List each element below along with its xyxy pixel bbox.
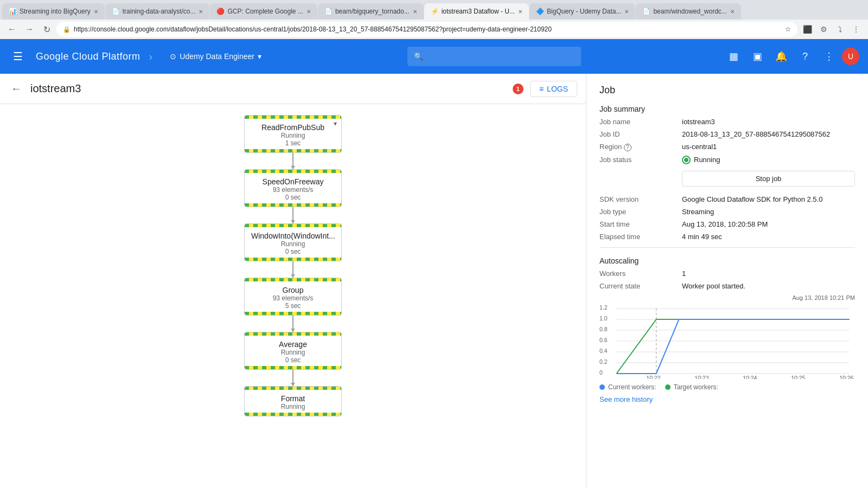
- node-name-4: Average: [251, 340, 335, 349]
- autoscaling-value-1: Worker pool started.: [682, 282, 855, 290]
- job-field-value-7: 4 min 49 sec: [682, 233, 855, 241]
- extension-btn-3[interactable]: ⤵: [832, 22, 847, 37]
- tab-close-3[interactable]: ✕: [413, 9, 417, 15]
- tab-close-4[interactable]: ✕: [518, 9, 522, 15]
- error-count: 1: [516, 86, 520, 92]
- target-workers-dot: [665, 384, 671, 390]
- pipeline-node-2[interactable]: WindowInto(WindowInt...Running0 sec: [244, 223, 342, 261]
- browser-tab-4[interactable]: ⚡iotstream3 Dataflow - U...✕: [424, 3, 529, 20]
- browser-tab-5[interactable]: 🔷BigQuery - Udemy Data...✕: [529, 3, 635, 20]
- pipeline-node-0[interactable]: ▾ReadFromPubSubRunning1 sec: [244, 115, 342, 153]
- star-icon: ☆: [785, 25, 791, 33]
- browser-tab-6[interactable]: 📄beam/windowed_wordc...✕: [636, 3, 741, 20]
- sub-header: ← iotstream3 1 ≡ LOGS: [0, 74, 586, 104]
- current-workers-label: Current workers:: [608, 383, 656, 391]
- notification-icon[interactable]: 🔔: [770, 46, 792, 67]
- browser-tab-1[interactable]: 📄training-data-analyst/co...✕: [105, 3, 210, 20]
- svg-text:0.2: 0.2: [599, 359, 608, 365]
- tab-favicon-0: 📊: [9, 8, 16, 15]
- job-field-label-7: Elapsed time: [599, 233, 675, 241]
- node-status-3: 93 elements/s: [251, 294, 335, 302]
- svg-text:0.4: 0.4: [599, 348, 608, 354]
- back-nav-button[interactable]: ←: [4, 22, 20, 37]
- job-field-value-1: 2018-08-13_13_20_57-8885467541295087562: [682, 130, 855, 138]
- tab-favicon-6: 📄: [642, 8, 650, 15]
- tab-bar: 📊Streaming into BigQuery✕📄training-data-…: [0, 0, 868, 20]
- chart-timestamp: Aug 13, 2018 10:21 PM: [599, 294, 855, 301]
- svg-text:0: 0: [599, 370, 603, 376]
- current-workers-legend: Current workers:: [599, 383, 656, 391]
- stop-button-spacer: [599, 169, 675, 191]
- help-icon[interactable]: ?: [794, 46, 816, 67]
- target-workers-legend: Target workers:: [665, 383, 718, 391]
- svg-text:10:23: 10:23: [694, 375, 709, 379]
- extension-btn-1[interactable]: ⬛: [800, 22, 815, 37]
- connector-4: [292, 316, 293, 332]
- tab-label-0: Streaming into BigQuery: [20, 8, 91, 15]
- svg-text:0.6: 0.6: [599, 337, 608, 343]
- logs-label: LOGS: [547, 85, 568, 93]
- tab-close-5[interactable]: ✕: [624, 9, 629, 15]
- address-text: https://console.cloud.google.com/dataflo…: [74, 25, 782, 33]
- node-status-2: Running: [251, 240, 335, 248]
- divider-1: [599, 247, 855, 248]
- cloud-console-icon[interactable]: ▦: [723, 46, 744, 67]
- browser-chrome: 📊Streaming into BigQuery✕📄training-data-…: [0, 0, 868, 39]
- svg-text:1.2: 1.2: [599, 305, 608, 311]
- hamburger-menu-icon[interactable]: ☰: [9, 46, 27, 67]
- browser-tab-0[interactable]: 📊Streaming into BigQuery✕: [2, 3, 105, 20]
- connector-1: [292, 153, 293, 169]
- connector-3: [292, 261, 293, 278]
- logs-button[interactable]: ≡ LOGS: [530, 81, 577, 97]
- app-bar-actions: ▦ ▣ 🔔 ? ⋮ U: [723, 46, 859, 67]
- running-status-icon: [682, 156, 691, 164]
- job-field-label-2: Region ?: [599, 143, 675, 151]
- stop-job-button[interactable]: Stop job: [682, 171, 855, 187]
- search-box[interactable]: 🔍: [407, 47, 581, 66]
- node-status-4: Running: [251, 349, 335, 356]
- chevron-down-icon: ▾: [258, 52, 261, 61]
- pipeline-node-5[interactable]: FormatRunning: [244, 386, 342, 416]
- job-field-label-4: SDK version: [599, 195, 675, 203]
- search-area: 🔍: [275, 47, 714, 66]
- error-icon: 1: [513, 84, 524, 94]
- extension-btn-2[interactable]: ⚙: [816, 22, 831, 37]
- cloud-shell-icon[interactable]: ▣: [746, 46, 768, 67]
- page-layout: ← iotstream3 1 ≡ LOGS ▾ReadFromPubSubRun…: [0, 74, 868, 488]
- address-bar-row: ← → ↻ 🔒 https://console.cloud.google.com…: [0, 20, 868, 39]
- avatar[interactable]: U: [842, 48, 859, 65]
- job-field-label-0: Job name: [599, 118, 675, 126]
- tab-close-0[interactable]: ✕: [94, 9, 98, 15]
- separator: ›: [149, 50, 153, 63]
- node-name-0: ReadFromPubSub: [251, 123, 335, 132]
- tab-close-1[interactable]: ✕: [199, 9, 203, 15]
- node-name-2: WindowInto(WindowInt...: [251, 232, 335, 240]
- tab-favicon-3: 📄: [324, 8, 332, 15]
- pipeline-node-3[interactable]: Group93 elements/s5 sec: [244, 278, 342, 316]
- pipeline-node-1[interactable]: SpeedOnFreeway93 elements/s0 sec: [244, 169, 342, 207]
- tab-close-2[interactable]: ✕: [307, 9, 311, 15]
- node-expand-icon[interactable]: ▾: [334, 120, 337, 127]
- logs-icon: ≡: [539, 85, 544, 93]
- back-button[interactable]: ←: [9, 80, 24, 97]
- graph-area[interactable]: ▾ReadFromPubSubRunning1 secSpeedOnFreewa…: [0, 104, 586, 488]
- svg-text:10:26: 10:26: [839, 375, 853, 379]
- region-help-icon[interactable]: ?: [624, 144, 631, 151]
- job-field-label-3: Job status: [599, 156, 675, 164]
- project-selector[interactable]: ⊙ Udemy Data Engineer ▾: [165, 50, 266, 63]
- menu-button[interactable]: ⋮: [848, 22, 864, 37]
- tab-favicon-5: 🔷: [536, 8, 544, 15]
- tab-favicon-4: ⚡: [431, 8, 438, 15]
- tab-close-6[interactable]: ✕: [730, 9, 735, 15]
- node-stripe-top: [245, 170, 341, 173]
- pipeline-node-4[interactable]: AverageRunning0 sec: [244, 332, 342, 370]
- reload-button[interactable]: ↻: [39, 22, 54, 37]
- app-bar: ☰ Google Cloud Platform › ⊙ Udemy Data E…: [0, 39, 868, 74]
- page-title: iotstream3: [30, 82, 506, 95]
- address-bar[interactable]: 🔒 https://console.cloud.google.com/dataf…: [56, 22, 797, 37]
- browser-tab-2[interactable]: 🔴GCP: Complete Google ...✕: [210, 3, 317, 20]
- more-options-icon[interactable]: ⋮: [818, 46, 840, 67]
- forward-nav-button[interactable]: →: [22, 22, 37, 37]
- see-more-history-link[interactable]: See more history: [599, 395, 855, 403]
- browser-tab-3[interactable]: 📄beam/bigquery_tornado...✕: [318, 3, 424, 20]
